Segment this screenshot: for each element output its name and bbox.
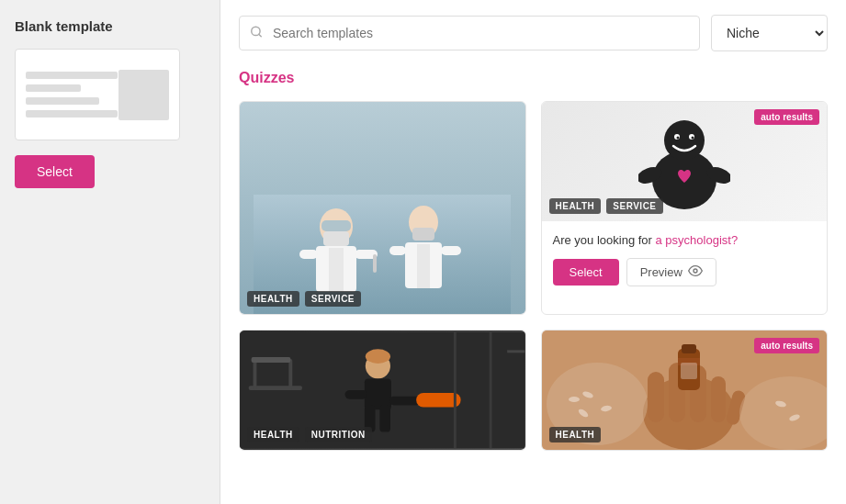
card-tags-dental: HEALTH SERVICE xyxy=(247,291,361,307)
tag-service-2: SERVICE xyxy=(606,198,662,214)
card-body-dental: Take a quiz to get closer to a smile of … xyxy=(240,314,525,315)
select-button-psycho[interactable]: Select xyxy=(553,259,619,286)
svg-rect-14 xyxy=(417,244,430,288)
preview-lines xyxy=(26,72,118,118)
sidebar: Blank template Select xyxy=(0,0,220,504)
tag-service-1: SERVICE xyxy=(305,291,361,307)
svg-rect-37 xyxy=(389,397,421,406)
section-title: Quizzes xyxy=(239,70,828,86)
template-card-fitness: HEALTH NUTRITION xyxy=(239,330,526,451)
card-actions-psycho: Select Preview xyxy=(553,258,817,286)
card-title-psycho: Are you looking for a psychologist? xyxy=(553,232,817,249)
svg-rect-5 xyxy=(321,220,351,231)
svg-rect-16 xyxy=(441,246,461,255)
preview-line-1 xyxy=(26,72,118,79)
svg-point-33 xyxy=(366,350,390,364)
preview-line-3 xyxy=(26,97,99,105)
svg-point-26 xyxy=(694,269,697,273)
svg-rect-53 xyxy=(681,363,697,379)
svg-rect-41 xyxy=(490,332,492,448)
card-body-psycho: Are you looking for a psychologist? Sele… xyxy=(542,221,828,297)
search-input[interactable] xyxy=(239,16,700,50)
svg-line-1 xyxy=(259,34,262,37)
niche-dropdown[interactable]: Niche Health Fitness Business Education xyxy=(711,15,828,51)
template-card-nutrition: HEALTH auto results xyxy=(541,330,829,451)
tag-health-1: HEALTH xyxy=(247,291,299,307)
svg-rect-28 xyxy=(249,386,302,391)
svg-rect-40 xyxy=(454,332,457,448)
svg-rect-45 xyxy=(648,372,664,422)
card-title-highlight-psycho: a psychologist? xyxy=(656,233,739,247)
svg-rect-8 xyxy=(299,250,318,259)
tag-health-4: HEALTH xyxy=(549,427,602,442)
svg-rect-4 xyxy=(323,231,349,246)
svg-rect-7 xyxy=(329,248,344,292)
card-tags-nutrition: HEALTH xyxy=(549,427,602,442)
auto-results-badge-nutrition: auto results xyxy=(754,338,819,353)
svg-rect-15 xyxy=(389,246,406,255)
search-icon xyxy=(250,26,263,41)
preview-line-2 xyxy=(26,84,81,92)
main-content: Niche Health Fitness Business Education … xyxy=(220,0,846,504)
svg-point-25 xyxy=(691,137,694,140)
sidebar-select-button[interactable]: Select xyxy=(15,155,95,188)
search-wrapper xyxy=(239,16,700,50)
svg-rect-51 xyxy=(682,344,696,353)
eye-icon-psycho xyxy=(688,265,703,279)
search-row: Niche Health Fitness Business Education xyxy=(239,15,828,51)
blank-template-preview xyxy=(15,49,180,140)
svg-rect-10 xyxy=(373,254,377,273)
card-image-fitness: HEALTH NUTRITION xyxy=(240,330,525,450)
card-tags-psycho: HEALTH SERVICE xyxy=(549,198,663,214)
tag-health-2: HEALTH xyxy=(549,198,602,214)
template-grid: HEALTH SERVICE Take a quiz to get closer… xyxy=(239,101,828,451)
svg-rect-12 xyxy=(412,228,434,241)
preview-button-psycho[interactable]: Preview xyxy=(626,258,716,286)
card-image-psycho: HEALTH SERVICE auto results xyxy=(542,102,828,221)
svg-rect-31 xyxy=(252,357,291,363)
template-card-psycho: HEALTH SERVICE auto results Are you look… xyxy=(541,101,829,315)
svg-rect-30 xyxy=(288,359,292,390)
svg-point-59 xyxy=(569,397,580,402)
preview-line-4 xyxy=(26,110,118,118)
preview-image-block xyxy=(118,70,169,120)
svg-rect-34 xyxy=(365,379,391,410)
preview-label-psycho: Preview xyxy=(640,265,682,279)
card-image-dental: HEALTH SERVICE xyxy=(240,102,525,314)
svg-rect-29 xyxy=(254,359,257,390)
sidebar-title: Blank template xyxy=(15,18,113,34)
svg-rect-36 xyxy=(379,406,390,432)
svg-rect-39 xyxy=(344,390,367,399)
card-image-nutrition: HEALTH auto results xyxy=(542,330,828,450)
auto-results-badge-psycho: auto results xyxy=(754,109,819,125)
psycho-illustration xyxy=(638,111,730,212)
svg-rect-42 xyxy=(507,351,525,353)
tag-health-3: HEALTH xyxy=(247,427,299,442)
tag-nutrition-3: NUTRITION xyxy=(305,427,372,442)
template-card-dental: HEALTH SERVICE Take a quiz to get closer… xyxy=(239,101,526,315)
svg-rect-48 xyxy=(711,376,726,422)
card-tags-fitness: HEALTH NUTRITION xyxy=(247,427,372,442)
svg-point-24 xyxy=(676,137,679,140)
svg-point-21 xyxy=(664,120,705,161)
